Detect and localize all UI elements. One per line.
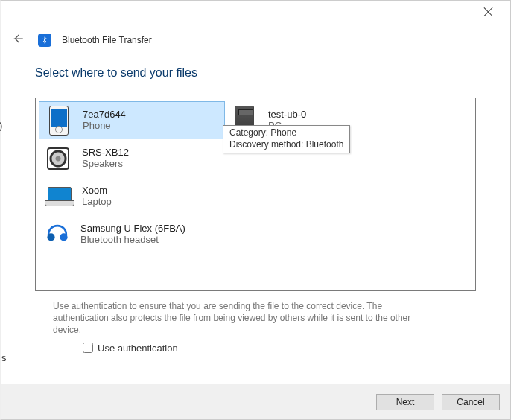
headset-icon bbox=[45, 222, 70, 247]
left-window-clip: ) bbox=[0, 120, 2, 131]
device-list: 7ea7d644 Phone SRS-XB12 Speakers Xoom La… bbox=[35, 98, 476, 291]
device-tooltip: Category: Phone Discovery method: Blueto… bbox=[223, 125, 350, 153]
next-button[interactable]: Next bbox=[376, 394, 434, 410]
tooltip-category: Category: Phone bbox=[229, 127, 343, 139]
device-item-laptop[interactable]: Xoom Laptop bbox=[39, 177, 225, 215]
dialog-footer: Next Cancel bbox=[1, 384, 510, 419]
device-name: SRS-XB12 bbox=[82, 147, 129, 159]
bluetooth-file-transfer-dialog: Bluetooth File Transfer Select where to … bbox=[0, 0, 511, 420]
dialog-content: Select where to send your files 7ea7d644… bbox=[1, 56, 510, 384]
device-type: Speakers bbox=[82, 159, 129, 170]
device-item-speaker[interactable]: SRS-XB12 Speakers bbox=[39, 139, 225, 177]
use-authentication-row[interactable]: Use authentication bbox=[83, 343, 476, 354]
page-heading: Select where to send your files bbox=[35, 66, 476, 80]
use-authentication-label: Use authentication bbox=[98, 343, 178, 354]
device-type: Bluetooth headset bbox=[80, 235, 185, 246]
use-authentication-checkbox[interactable] bbox=[83, 343, 93, 353]
svg-point-1 bbox=[60, 233, 67, 241]
laptop-icon bbox=[45, 183, 72, 210]
phone-icon bbox=[45, 107, 72, 134]
tooltip-discovery: Discovery method: Bluetooth bbox=[229, 139, 343, 151]
device-name: Samsung U Flex (6FBA) bbox=[80, 223, 185, 235]
back-button[interactable] bbox=[11, 32, 28, 48]
dialog-title: Bluetooth File Transfer bbox=[62, 35, 152, 45]
bluetooth-icon bbox=[38, 34, 51, 47]
dialog-header: Bluetooth File Transfer bbox=[1, 1, 510, 56]
device-type: Laptop bbox=[82, 197, 112, 208]
device-name: test-ub-0 bbox=[268, 109, 306, 121]
device-item-headset[interactable]: Samsung U Flex (6FBA) Bluetooth headset bbox=[39, 215, 225, 253]
svg-point-0 bbox=[47, 233, 54, 241]
device-name: 7ea7d644 bbox=[83, 109, 126, 121]
left-window-clip-2: s bbox=[1, 352, 7, 363]
device-name: Xoom bbox=[82, 185, 112, 197]
device-item-phone[interactable]: 7ea7d644 Phone bbox=[39, 101, 225, 139]
speaker-icon bbox=[45, 145, 72, 172]
help-text: Use authentication to ensure that you ar… bbox=[53, 300, 425, 337]
cancel-button[interactable]: Cancel bbox=[442, 394, 500, 410]
device-type: Phone bbox=[83, 121, 126, 132]
close-icon[interactable] bbox=[483, 7, 494, 17]
